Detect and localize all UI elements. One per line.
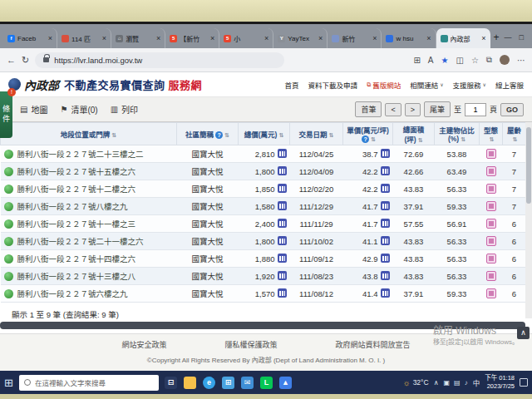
community-cell[interactable]: 國寶大悅 [177, 198, 239, 215]
ime-indicator[interactable]: 中 [473, 377, 480, 387]
price-trend-icon[interactable] [278, 236, 287, 245]
price-trend-icon[interactable] [278, 219, 287, 228]
line-icon[interactable]: L [260, 377, 273, 389]
browser-tab[interactable]: 5【新竹× [165, 28, 219, 48]
clock[interactable]: 下午 01:18 2023/7/25 [485, 374, 515, 391]
address-link[interactable]: 勝利八街一段２２７號十四樓之六 [17, 254, 136, 264]
sort-icon[interactable]: ⇅ [371, 136, 376, 142]
new-tab-button[interactable]: + [494, 32, 500, 43]
expand-row-icon[interactable] [4, 254, 13, 264]
more-menu-icon[interactable]: ⋯ [517, 56, 525, 65]
footer-link[interactable]: 網站安全政策 [121, 339, 166, 350]
price-trend-icon[interactable] [278, 288, 287, 298]
tab-close-icon[interactable]: × [372, 34, 377, 42]
site-nav-item[interactable]: 資料下載及申請 [308, 80, 358, 90]
column-header[interactable]: 總面積(坪)⇅ [393, 123, 435, 145]
site-nav-item[interactable]: 相關連結∨ [410, 80, 443, 90]
refresh-button[interactable]: ↻ [22, 55, 29, 66]
split-screen-icon[interactable]: ◫ [456, 56, 463, 65]
site-nav-item[interactable]: 支援服務∨ [453, 80, 486, 90]
site-nav-item[interactable]: ⧉舊版網站 [367, 80, 401, 90]
expand-row-icon[interactable] [4, 167, 13, 176]
go-button[interactable]: GO [500, 103, 524, 116]
photos-icon[interactable]: ▲ [279, 377, 292, 389]
hidden-icons-button[interactable]: ∧ [434, 379, 439, 387]
footer-link[interactable]: 隱私權保護政策 [224, 339, 277, 350]
browser-tab[interactable]: 5小× [219, 28, 273, 48]
last-page-button[interactable]: 尾筆 [424, 101, 451, 117]
folder-tray-icon[interactable]: ▤ [454, 379, 461, 387]
sort-icon[interactable]: ⇅ [278, 132, 283, 138]
url-bar[interactable]: https://lvr.land.moi.gov.tw [35, 52, 284, 68]
column-header[interactable]: 型態⇅ [480, 123, 503, 145]
tab-close-icon[interactable]: × [48, 34, 52, 42]
browser-tab[interactable]: YYayTex× [273, 28, 328, 48]
start-button[interactable]: ⊞ [4, 377, 13, 388]
speaker-muted-icon[interactable]: ♪ [465, 379, 468, 387]
store-icon[interactable]: ⊞ [222, 377, 234, 389]
minimize-button[interactable]: — [505, 33, 512, 42]
footer-link[interactable]: 政府網站資料開放宣告 [336, 339, 411, 350]
price-trend-icon[interactable] [381, 149, 390, 158]
taskbar-search-input[interactable]: 在這裡輸入文字來搜尋 [19, 375, 159, 391]
expand-row-icon[interactable] [4, 202, 13, 211]
address-link[interactable]: 勝利八街一段２２７號十二樓之六 [17, 185, 136, 194]
search-conditions-tab[interactable]: ! 條件 [0, 91, 12, 138]
sort-icon[interactable]: ⇅ [513, 136, 518, 142]
task-view-icon[interactable]: ⊟ [165, 377, 177, 389]
site-nav-item[interactable]: 線上客服 [495, 80, 524, 90]
list-button[interactable]: ⚑清單(0) [60, 103, 97, 116]
expand-row-icon[interactable] [4, 272, 13, 281]
site-nav-item[interactable]: 首頁 [285, 80, 299, 90]
expand-row-icon[interactable] [4, 185, 13, 194]
sort-icon[interactable]: ⇅ [329, 132, 334, 138]
address-link[interactable]: 勝利八街一段２２７號八樓之九 [17, 202, 128, 211]
notification-center-icon[interactable] [520, 378, 528, 387]
expand-row-icon[interactable] [4, 150, 13, 159]
price-trend-icon[interactable] [381, 254, 390, 263]
price-trend-icon[interactable] [278, 149, 287, 158]
community-cell[interactable]: 國寶大悅 [177, 180, 239, 198]
vertical-scrollbar[interactable] [525, 122, 532, 318]
file-explorer-icon[interactable] [184, 377, 196, 389]
price-trend-icon[interactable] [381, 288, 390, 298]
price-trend-icon[interactable] [278, 254, 287, 263]
sort-icon[interactable]: ⇅ [418, 137, 423, 143]
community-cell[interactable]: 國寶大悅 [177, 285, 239, 303]
community-cell[interactable]: 國寶大悅 [177, 250, 239, 268]
browser-tab[interactable]: 114 匹× [57, 28, 111, 48]
price-trend-icon[interactable] [278, 184, 287, 193]
browser-tab[interactable]: ⌂瀏覽× [111, 28, 165, 48]
price-trend-icon[interactable] [381, 166, 390, 175]
tab-actions-icon[interactable]: ⊞ [413, 56, 420, 65]
price-trend-icon[interactable] [381, 184, 390, 193]
browser-tab[interactable]: fFaceb× [3, 28, 57, 48]
browser-tab[interactable]: 內政部× [436, 28, 490, 48]
favorites-bar-icon[interactable]: ☆ [471, 56, 479, 65]
address-link[interactable]: 勝利八街一段２２７號二十一樓之六 [17, 237, 144, 246]
browser-tab[interactable]: 新竹× [328, 28, 382, 48]
tab-close-icon[interactable]: × [102, 34, 106, 42]
back-to-top-button[interactable]: ∧ [517, 327, 530, 339]
sort-icon[interactable]: ⇅ [224, 132, 229, 138]
back-button[interactable]: ← [7, 55, 16, 65]
tab-close-icon[interactable]: × [264, 34, 268, 42]
help-icon[interactable]: ? [215, 131, 223, 139]
maximize-button[interactable]: □ [520, 33, 524, 42]
address-link[interactable]: 勝利八街一段２２７號十一樓之三 [17, 219, 136, 229]
tab-close-icon[interactable]: × [210, 34, 214, 42]
address-link[interactable]: 勝利八街一段２２７號二十三樓之二 [17, 150, 144, 159]
collections-icon[interactable]: ⧉ [486, 55, 492, 65]
page-input[interactable] [465, 103, 486, 116]
address-link[interactable]: 勝利八街一段２２７號十五樓之六 [17, 167, 136, 176]
read-aloud-icon[interactable]: A [428, 56, 434, 65]
sort-icon[interactable]: ⇅ [111, 132, 116, 138]
weather-widget[interactable]: ☼ 32°C [402, 378, 428, 387]
expand-row-icon[interactable] [4, 237, 13, 246]
price-trend-icon[interactable] [278, 166, 287, 175]
prev-page-button[interactable]: < [385, 103, 401, 116]
community-cell[interactable]: 國寶大悅 [177, 268, 239, 285]
expand-row-icon[interactable] [4, 289, 13, 298]
community-cell[interactable]: 國寶大悅 [177, 233, 239, 250]
next-page-button[interactable]: > [405, 103, 421, 116]
